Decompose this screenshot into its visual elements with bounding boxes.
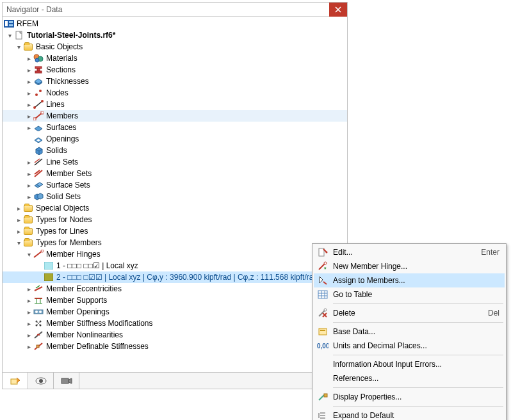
chevron-right-icon[interactable]: ▸ [24, 330, 33, 339]
node-openings[interactable]: ▸Openings [3, 133, 347, 145]
tab-data[interactable] [3, 373, 28, 389]
svg-point-50 [326, 252, 328, 254]
menu-separator [333, 303, 503, 304]
chevron-right-icon[interactable]: ▸ [14, 204, 23, 213]
node-member-openings[interactable]: ▸Member Openings [3, 306, 347, 318]
menu-base-data[interactable]: Base Data... [314, 325, 505, 339]
toggle-icon[interactable]: ▾ [14, 238, 23, 247]
solid-sets-icon [33, 191, 44, 202]
item-label: Materials [46, 54, 77, 63]
hinge-icon [33, 249, 44, 259]
node-members[interactable]: ▸Members [3, 110, 347, 122]
tree-project[interactable]: ▾ Tutorial-Steel-Joints.rf6* [3, 29, 347, 41]
chevron-right-icon[interactable]: ▸ [24, 342, 33, 351]
chevron-right-icon[interactable]: ▸ [24, 158, 33, 166]
node-nodes[interactable]: ▸Nodes [3, 87, 347, 99]
hinge-1-label: 1 - □□□ □□☑ | Local xyz [56, 261, 138, 270]
node-thicknesses[interactable]: ▸Thicknesses [3, 76, 347, 87]
chevron-right-icon[interactable]: ▸ [24, 88, 33, 97]
svg-rect-17 [33, 118, 36, 120]
chevron-right-icon[interactable]: ▸ [24, 284, 33, 293]
chevron-right-icon[interactable]: ▸ [24, 319, 33, 328]
chevron-right-icon[interactable]: ▸ [24, 123, 33, 132]
toggle-icon[interactable]: ▾ [5, 31, 14, 40]
hinge-item-1[interactable]: 1 - □□□ □□☑ | Local xyz [3, 260, 347, 271]
svg-point-24 [41, 250, 44, 252]
node-types-nodes[interactable]: ▸ Types for Nodes [3, 214, 347, 225]
menu-display-props[interactable]: Display Properties... [314, 390, 505, 404]
node-basic-objects[interactable]: ▾ Basic Objects [3, 41, 347, 52]
node-member-eccentricities[interactable]: ▸Member Eccentricities [3, 283, 347, 295]
node-member-hinges[interactable]: ▾ Member Hinges [3, 248, 347, 260]
close-button[interactable] [329, 3, 347, 17]
node-sections[interactable]: ▸Sections [3, 64, 347, 76]
svg-rect-66 [324, 394, 327, 397]
item-label: Member Eccentricities [46, 284, 122, 293]
node-solids[interactable]: ▸Solids [3, 145, 347, 156]
svg-rect-3 [9, 24, 13, 26]
chevron-right-icon[interactable]: ▸ [24, 54, 33, 63]
node-lines[interactable]: ▸Lines [3, 99, 347, 110]
menu-info-errors[interactable]: Information About Input Errors... [314, 357, 505, 371]
hinge-item-2[interactable]: 2 - □□□ □☑☑ | Local xyz | Cφ,y : 3960.90… [3, 271, 347, 283]
svg-point-15 [41, 100, 44, 102]
node-materials[interactable]: ▸Materials [3, 52, 347, 64]
tab-views[interactable] [28, 373, 54, 389]
delete-icon [315, 307, 330, 319]
menu-units[interactable]: 0,00 Units and Decimal Places... [314, 339, 505, 353]
tree-root[interactable]: RFEM [3, 18, 347, 29]
node-types-lines[interactable]: ▸ Types for Lines [3, 225, 347, 237]
member-eccentricities-icon [33, 284, 44, 294]
chevron-right-icon[interactable]: ▸ [24, 296, 33, 305]
toggle-icon[interactable]: ▾ [24, 250, 33, 259]
menu-new-hinge[interactable]: * New Member Hinge... [314, 259, 505, 273]
menu-shortcut: Del [488, 309, 499, 318]
chevron-right-icon[interactable]: ▸ [24, 65, 33, 74]
edit-icon [315, 246, 330, 258]
svg-point-14 [33, 106, 36, 109]
svg-point-47 [39, 379, 43, 383]
node-solid-sets[interactable]: ▸Solid Sets [3, 191, 347, 202]
item-label: Solids [46, 146, 67, 155]
node-special-objects[interactable]: ▸ Special Objects [3, 202, 347, 214]
svg-line-42 [35, 332, 42, 338]
menu-references[interactable]: References... [314, 371, 505, 385]
node-surface-sets[interactable]: ▸Surface Sets [3, 179, 347, 191]
member-nonlinearities-icon [33, 330, 44, 340]
chevron-right-icon[interactable]: ▸ [14, 215, 23, 224]
member-sets-icon [33, 168, 44, 179]
folder-icon [23, 42, 33, 52]
menu-assign[interactable]: Assign to Members... [314, 273, 505, 287]
node-types-members[interactable]: ▾ Types for Members [3, 237, 347, 248]
menu-delete[interactable]: Delete Del [314, 306, 505, 320]
svg-point-12 [39, 90, 42, 92]
menu-label: Assign to Members... [333, 276, 499, 285]
node-member-nonlinearities[interactable]: ▸Member Nonlinearities [3, 329, 347, 341]
chevron-right-icon[interactable]: ▸ [24, 111, 33, 120]
item-label: Member Sets [46, 169, 92, 178]
svg-text:0,00: 0,00 [317, 343, 328, 350]
tab-camera[interactable] [54, 373, 79, 389]
menu-edit[interactable]: Edit... Enter [314, 245, 505, 259]
node-line-sets[interactable]: ▸Line Sets [3, 156, 347, 168]
item-label: Member Definable Stiffnesses [46, 342, 149, 351]
tree[interactable]: RFEM ▾ Tutorial-Steel-Joints.rf6* ▾ Basi… [3, 17, 347, 372]
toggle-icon[interactable]: ▾ [14, 42, 23, 51]
node-surfaces[interactable]: ▸Surfaces [3, 122, 347, 133]
chevron-right-icon[interactable]: ▸ [14, 227, 23, 236]
svg-rect-62 [319, 328, 327, 335]
sections-icon [33, 65, 44, 75]
chevron-right-icon[interactable]: ▸ [24, 100, 33, 109]
menu-goto-table[interactable]: Go to Table [314, 287, 505, 302]
chevron-right-icon[interactable]: ▸ [24, 192, 33, 201]
menu-label: Go to Table [333, 290, 499, 299]
node-member-definable-stiffnesses[interactable]: ▸Member Definable Stiffnesses [3, 341, 347, 352]
node-member-sets[interactable]: ▸Member Sets [3, 168, 347, 179]
menu-expand[interactable]: Expand to Default [314, 408, 505, 420]
chevron-right-icon[interactable]: ▸ [24, 307, 33, 316]
chevron-right-icon[interactable]: ▸ [24, 181, 33, 190]
node-member-supports[interactable]: ▸Member Supports [3, 295, 347, 306]
chevron-right-icon[interactable]: ▸ [24, 169, 33, 178]
node-member-stiffness-modifications[interactable]: ▸Member Stiffness Modifications [3, 318, 347, 329]
chevron-right-icon[interactable]: ▸ [24, 77, 33, 86]
